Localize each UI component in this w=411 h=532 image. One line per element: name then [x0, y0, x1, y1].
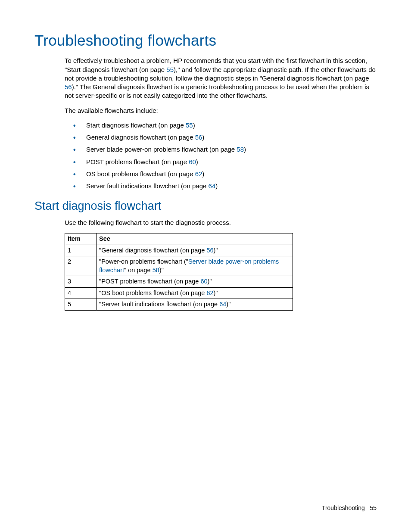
- list-item: Server fault indications flowchart (on p…: [73, 182, 377, 190]
- page-link[interactable]: 64: [219, 301, 226, 308]
- cell-text: )": [159, 267, 164, 274]
- cell-text: "OS boot problems flowchart (on page: [99, 289, 206, 296]
- page-link[interactable]: 60: [200, 278, 207, 285]
- page-footer: Troubleshooting 55: [322, 504, 377, 512]
- cell-item: 5: [65, 299, 97, 311]
- page-link[interactable]: 58: [237, 146, 244, 153]
- list-text: ): [244, 146, 246, 153]
- cell-text: )": [214, 289, 218, 296]
- cell-see: "POST problems flowchart (on page 60)": [97, 276, 293, 288]
- cell-item: 2: [65, 256, 97, 276]
- cell-text: )": [214, 247, 218, 254]
- list-text: ): [202, 134, 204, 141]
- table-row: 4 "OS boot problems flowchart (on page 6…: [65, 287, 293, 299]
- cell-text: " on page: [124, 267, 153, 274]
- page-link[interactable]: 55: [186, 121, 193, 129]
- col-see: See: [97, 233, 293, 245]
- footer-label: Troubleshooting: [322, 504, 365, 511]
- page-link[interactable]: 56: [195, 134, 202, 141]
- page-title: Troubleshooting flowcharts: [34, 30, 377, 50]
- list-text: POST problems flowchart (on page: [86, 158, 189, 165]
- flowchart-table: Item See 1 "General diagnosis flowchart …: [65, 233, 293, 311]
- list-text: ): [215, 182, 218, 190]
- cell-see: "General diagnosis flowchart (on page 56…: [97, 245, 293, 256]
- page-link[interactable]: 62: [206, 289, 213, 296]
- cell-item: 4: [65, 287, 97, 299]
- list-item: OS boot problems flowchart (on page 62): [73, 170, 377, 178]
- col-item: Item: [65, 233, 97, 245]
- section-title: Start diagnosis flowchart: [34, 198, 377, 214]
- page-link[interactable]: 56: [206, 247, 213, 254]
- table-row: 5 "Server fault indications flowchart (o…: [65, 299, 293, 311]
- table-row: 3 "POST problems flowchart (on page 60)": [65, 276, 293, 288]
- list-text: Start diagnosis flowchart (on page: [86, 121, 186, 129]
- intro-paragraph-1: To effectively troubleshoot a problem, H…: [65, 56, 377, 100]
- cell-text: "Server fault indications flowchart (on …: [99, 301, 219, 308]
- list-text: ): [193, 121, 195, 129]
- table-header-row: Item See: [65, 233, 293, 245]
- cell-see: "Power-on problems flowchart ("Server bl…: [97, 256, 293, 276]
- cell-item: 3: [65, 276, 97, 288]
- cell-text: )": [208, 278, 212, 285]
- cell-text: )": [226, 301, 230, 308]
- list-item: Server blade power-on problems flowchart…: [73, 145, 377, 154]
- list-text: ): [196, 158, 198, 165]
- flowchart-list: Start diagnosis flowchart (on page 55) G…: [73, 121, 377, 191]
- list-text: Server blade power-on problems flowchart…: [86, 146, 237, 153]
- section-intro: Use the following flowchart to start the…: [65, 218, 377, 227]
- cell-text: "General diagnosis flowchart (on page: [99, 247, 206, 254]
- page-link-55[interactable]: 55: [166, 66, 174, 73]
- cell-see: "Server fault indications flowchart (on …: [97, 299, 293, 311]
- list-item: General diagnosis flowchart (on page 56): [73, 133, 377, 142]
- page-link-56[interactable]: 56: [65, 83, 72, 90]
- list-item: POST problems flowchart (on page 60): [73, 158, 377, 166]
- list-text: ): [202, 170, 204, 177]
- list-item: Start diagnosis flowchart (on page 55): [73, 121, 377, 130]
- intro-text: )." The General diagnosis flowchart is a…: [65, 83, 369, 99]
- footer-page-number: 55: [370, 504, 377, 511]
- cell-see: "OS boot problems flowchart (on page 62)…: [97, 287, 293, 299]
- list-text: General diagnosis flowchart (on page: [86, 134, 195, 141]
- table-row: 2 "Power-on problems flowchart ("Server …: [65, 256, 293, 276]
- cell-text: "Power-on problems flowchart (": [99, 258, 188, 265]
- cell-text: "POST problems flowchart (on page: [99, 278, 200, 285]
- page-link[interactable]: 58: [153, 267, 159, 274]
- list-text: Server fault indications flowchart (on p…: [86, 182, 208, 190]
- table-row: 1 "General diagnosis flowchart (on page …: [65, 245, 293, 256]
- cell-item: 1: [65, 245, 97, 256]
- page-link[interactable]: 60: [189, 158, 196, 165]
- intro-paragraph-2: The available flowcharts include:: [65, 106, 377, 115]
- page-link[interactable]: 62: [195, 170, 202, 177]
- list-text: OS boot problems flowchart (on page: [86, 170, 195, 177]
- page-link[interactable]: 64: [208, 182, 215, 190]
